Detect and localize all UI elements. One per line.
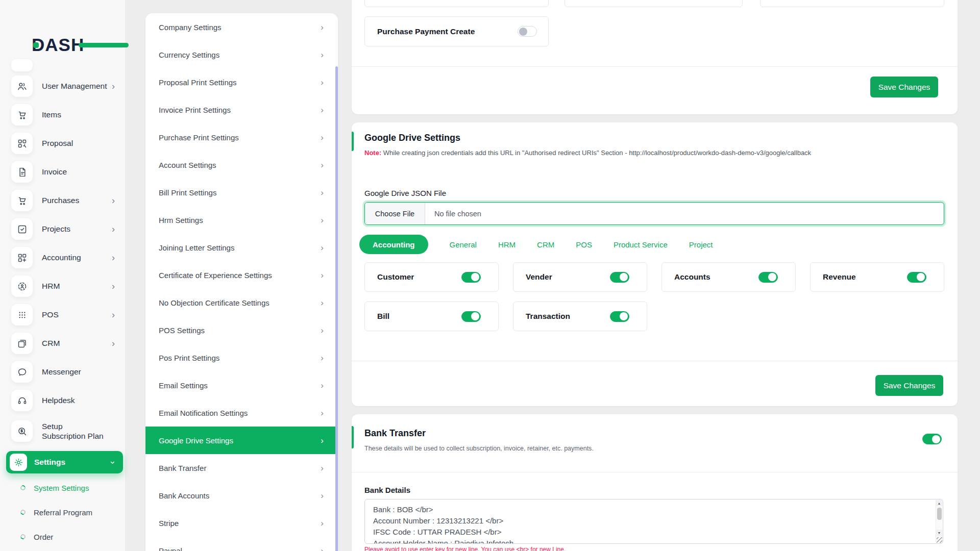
settings-menu-item-label: Certificate of Experience Settings [159, 271, 272, 280]
sidebar-item-icon [11, 390, 33, 411]
chevron-right-icon: › [321, 298, 324, 307]
sidebar-item[interactable]: Items › [0, 101, 125, 129]
settings-submenu-item[interactable]: System Settings [0, 475, 125, 500]
tab[interactable]: POS [576, 240, 592, 249]
google-drive-settings-card: Google Drive Settings Note: While creati… [352, 122, 958, 406]
cut-off-setting-card [364, 0, 549, 7]
settings-menu-item[interactable]: Bank Accounts › [145, 482, 338, 509]
module-toggle-switch[interactable] [610, 272, 629, 283]
sidebar-item[interactable]: Setup Subscription Plan › [0, 415, 125, 447]
settings-menu-item[interactable]: Bank Transfer › [145, 454, 338, 482]
google-drive-json-file-input[interactable]: Choose File No file chosen [364, 202, 944, 225]
module-toggle-switch[interactable] [461, 311, 481, 322]
settings-menu-item[interactable]: Hrm Settings › [145, 206, 338, 234]
sidebar-item[interactable]: Proposal › [0, 129, 125, 158]
tab[interactable]: CRM [537, 240, 554, 249]
settings-menu-item[interactable]: Paypal › [145, 537, 338, 551]
settings-menu-item-label: Account Settings [159, 161, 216, 169]
settings-submenu-item[interactable]: Order [0, 524, 125, 549]
sidebar-item-icon [11, 333, 33, 354]
tab[interactable]: HRM [498, 240, 516, 249]
settings-menu-item[interactable]: Certificate of Experience Settings › [145, 261, 338, 289]
choose-file-button[interactable]: Choose File [365, 203, 425, 224]
logo-accent-dot [33, 42, 39, 48]
settings-menu-item[interactable]: Bill Print Settings › [145, 179, 338, 206]
app-logo[interactable]: DASH [32, 35, 84, 55]
settings-submenu-item[interactable]: Referral Program [0, 500, 125, 524]
sidebar-icon-glyph [17, 167, 28, 178]
settings-menu-item[interactable]: Currency Settings › [145, 41, 338, 68]
module-tabs: Accounting General HRM CRM POS Product S… [359, 235, 713, 254]
sidebar-item-label: Invoice [42, 167, 108, 177]
settings-menu-item[interactable]: Email Settings › [145, 371, 338, 399]
module-toggle-switch[interactable] [907, 272, 926, 283]
settings-menu-item[interactable]: Stripe › [145, 509, 338, 537]
sidebar-item[interactable]: HRM › [0, 272, 125, 300]
module-toggle-switch[interactable] [461, 272, 481, 283]
settings-menu-item[interactable]: Account Settings › [145, 151, 338, 179]
sidebar-item[interactable]: Purchases › [0, 186, 125, 215]
chevron-right-icon: › [321, 51, 324, 59]
scrollbar-thumb[interactable] [937, 508, 942, 520]
chevron-right-icon: › [321, 326, 324, 335]
sidebar-icon-glyph [17, 395, 28, 406]
panel-scrollbar[interactable] [335, 66, 338, 551]
settings-menu-item[interactable]: POS Settings › [145, 316, 338, 344]
scroll-up-icon[interactable]: ▲ [936, 500, 942, 506]
bank-details-label: Bank Details [364, 486, 410, 494]
settings-menu-item-label: Joining Letter Settings [159, 243, 234, 252]
tab[interactable]: Project [689, 240, 713, 249]
settings-menu-item[interactable]: Purchase Print Settings › [145, 123, 338, 151]
sidebar-item-label: Proposal [42, 138, 108, 148]
settings-menu-item-label: Hrm Settings [159, 216, 203, 224]
tab[interactable]: Product Service [614, 240, 668, 249]
settings-menu-item[interactable]: Invoice Print Settings › [145, 96, 338, 123]
sidebar-item[interactable]: Messenger › [0, 358, 125, 386]
settings-menu-item[interactable]: Company Settings › [145, 13, 338, 41]
sidebar-item[interactable]: POS › [0, 300, 125, 329]
settings-menu-item[interactable]: No Objection Certificate Settings › [145, 289, 338, 316]
chevron-down-icon: › [109, 461, 118, 464]
settings-menu-item-label: Email Settings [159, 381, 208, 390]
sidebar-item[interactable]: Invoice › [0, 158, 125, 186]
tab[interactable]: General [450, 240, 477, 249]
module-toggle-card: Bill [364, 302, 499, 331]
purchase-payment-create-toggle[interactable] [518, 26, 537, 37]
sidebar-item-label: Helpdesk [42, 395, 108, 405]
module-toggle-switch[interactable] [758, 272, 778, 283]
sidebar-item-icon [11, 420, 33, 442]
sidebar-item[interactable]: User Management › [0, 72, 125, 101]
settings-menu-item[interactable]: Joining Letter Settings › [145, 234, 338, 261]
textarea-scrollbar[interactable]: ▲ ▼ [936, 500, 942, 543]
sidebar-item[interactable]: CRM › [0, 329, 125, 358]
module-toggle-label: Accounts [662, 272, 710, 282]
settings-menu-item-label: Proposal Print Settings [159, 78, 237, 87]
chevron-right-icon: › [112, 196, 115, 205]
sidebar-item[interactable]: Helpdesk › [0, 386, 125, 415]
submenu-item-label: Order [34, 533, 53, 541]
save-changes-button[interactable]: Save Changes [875, 375, 943, 396]
settings-menu-item[interactable]: Proposal Print Settings › [145, 68, 338, 96]
bank-transfer-toggle[interactable] [922, 434, 942, 444]
note-label: Note: [364, 149, 381, 157]
save-changes-button[interactable]: Save Changes [870, 77, 938, 97]
tab[interactable]: Accounting [359, 235, 428, 254]
settings-menu-item[interactable]: Pos Print Settings › [145, 344, 338, 371]
module-toggle-switch[interactable] [610, 311, 629, 322]
file-field-label: Google Drive JSON File [364, 189, 446, 197]
sidebar-item-icon [11, 361, 33, 383]
section-title: Google Drive Settings [364, 133, 460, 143]
sidebar-item[interactable]: Projects › [0, 215, 125, 243]
scroll-down-icon[interactable]: ▼ [936, 530, 942, 536]
bank-details-textarea[interactable] [365, 499, 943, 543]
chevron-right-icon: › [321, 409, 324, 417]
file-chosen-text: No file chosen [425, 210, 481, 218]
sidebar-item[interactable]: Accounting › [0, 243, 125, 272]
settings-menu-item-label: Pos Print Settings [159, 354, 219, 362]
settings-menu-item[interactable]: Google Drive Settings › [145, 427, 338, 454]
resize-handle[interactable] [937, 537, 942, 543]
sidebar-item-settings[interactable]: Settings › [6, 451, 123, 473]
chevron-right-icon: › [321, 354, 324, 362]
module-toggle-label: Vender [513, 272, 552, 282]
settings-menu-item[interactable]: Email Notification Settings › [145, 399, 338, 427]
